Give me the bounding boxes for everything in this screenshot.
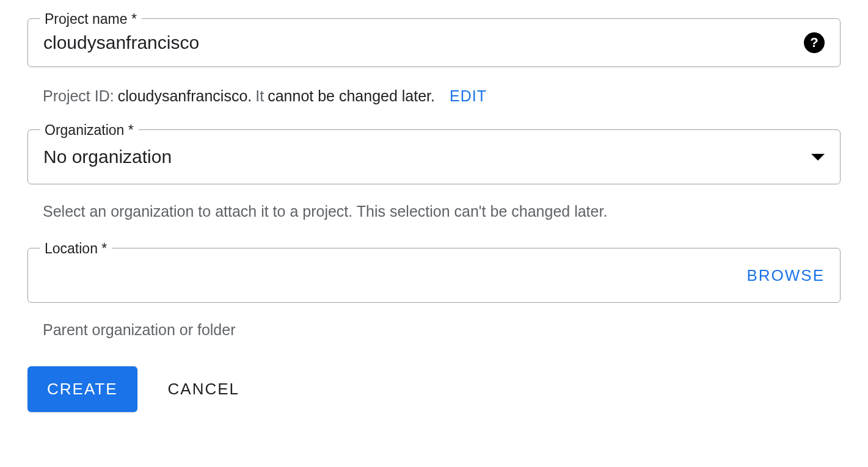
- chevron-down-icon: [811, 154, 825, 161]
- project-id-hint: Project ID: cloudysanfrancisco. It canno…: [27, 78, 841, 129]
- help-icon[interactable]: ?: [804, 32, 825, 53]
- create-button[interactable]: CREATE: [27, 366, 137, 412]
- location-label: Location *: [40, 241, 112, 257]
- location-outline: BROWSE: [27, 248, 841, 303]
- organization-label: Organization *: [40, 122, 139, 139]
- project-id-prefix: Project ID:: [43, 87, 114, 105]
- project-name-outline: ?: [27, 18, 841, 67]
- organization-value: No organization: [43, 147, 811, 167]
- project-name-input[interactable]: [43, 32, 804, 53]
- action-buttons: CREATE CANCEL: [27, 366, 841, 412]
- organization-hint: Select an organization to attach it to a…: [27, 195, 841, 248]
- location-field: Location * BROWSE: [27, 248, 841, 303]
- location-hint: Parent organization or folder: [27, 314, 841, 366]
- project-id-mid: It: [255, 87, 264, 105]
- project-id-value: cloudysanfrancisco.: [118, 87, 252, 105]
- browse-button[interactable]: BROWSE: [746, 266, 825, 285]
- project-name-label: Project name *: [40, 11, 142, 27]
- project-id-warning: cannot be changed later.: [268, 87, 435, 105]
- project-name-field: Project name * ?: [27, 18, 841, 67]
- organization-select[interactable]: No organization: [27, 129, 841, 184]
- edit-project-id-link[interactable]: EDIT: [450, 87, 487, 105]
- cancel-button[interactable]: CANCEL: [168, 380, 239, 399]
- organization-field: Organization * No organization: [27, 129, 841, 184]
